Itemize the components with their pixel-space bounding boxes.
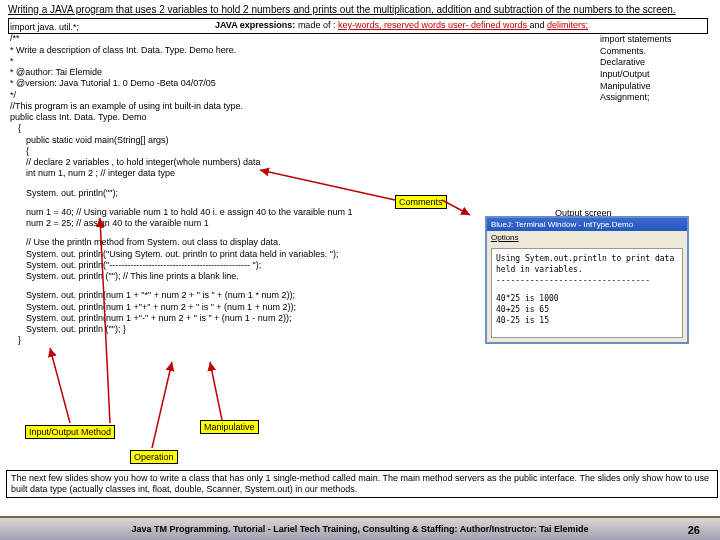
bottom-note: The next few slides show you how to writ… <box>6 470 718 498</box>
c6: * @version: Java Tutorial 1. 0 Demo -Bet… <box>10 78 710 89</box>
label-op: Operation <box>130 450 178 464</box>
footer-text: Java TM Programming. Tutorial - Lariel T… <box>131 524 588 534</box>
footer: Java TM Programming. Tutorial - Lariel T… <box>0 516 720 540</box>
c8: //This program is an example of using in… <box>10 101 710 112</box>
t3: 40*25 is 1000 <box>496 293 678 304</box>
t1: Using Sytem.out.println to print data he… <box>496 253 678 275</box>
c13: // declare 2 variables , to hold integer… <box>10 157 710 168</box>
svg-line-4 <box>152 362 172 448</box>
label-manip: Manipulative <box>200 420 259 434</box>
c3: * Write a description of class Int. Data… <box>10 45 710 56</box>
c15: System. out. println(""); <box>10 188 710 199</box>
c12: { <box>10 146 710 157</box>
svg-line-2 <box>50 348 70 423</box>
t4: 40+25 is 65 <box>496 304 678 315</box>
terminal-menu[interactable]: Options <box>487 231 687 244</box>
c14: int num 1, num 2 ; // integer data type <box>10 168 710 179</box>
c10: { <box>10 123 710 134</box>
label-comments: Comments <box>395 195 447 209</box>
slide-title: Writing a JAVA program that uses 2 varia… <box>0 0 720 17</box>
terminal-body: Using Sytem.out.println to print data he… <box>491 248 683 338</box>
label-iomethod: Input/Output Method <box>25 425 115 439</box>
t5: 40-25 is 15 <box>496 315 678 326</box>
c9: public class Int. Data. Type. Demo <box>10 112 710 123</box>
c1: import java. util.*; <box>10 22 710 33</box>
terminal-title: BlueJ: Terminal Window - IntType.Demo <box>487 218 687 231</box>
c7: */ <box>10 90 710 101</box>
c4: * <box>10 56 710 67</box>
c5: * @author: Tai Elemide <box>10 67 710 78</box>
terminal-window: BlueJ: Terminal Window - IntType.Demo Op… <box>485 216 689 344</box>
page-number: 26 <box>688 524 700 536</box>
c2: /** <box>10 33 710 44</box>
c11: public static void main(String[] args) <box>10 135 710 146</box>
svg-line-5 <box>210 362 222 420</box>
t2: -------------------------------- <box>496 275 678 286</box>
